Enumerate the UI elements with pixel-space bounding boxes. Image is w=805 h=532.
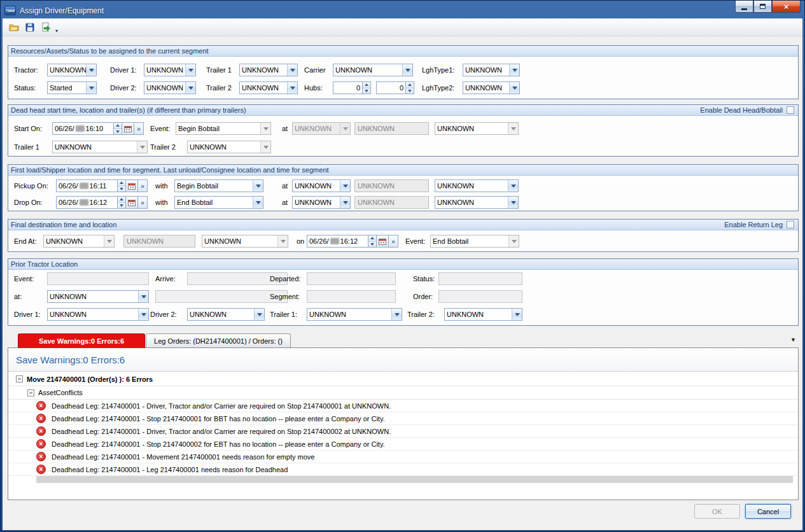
tab-save-warnings[interactable]: Save Warnings:0 Errors:6 [18,333,145,348]
close-button[interactable]: × [772,1,801,13]
spin-up-icon[interactable] [114,123,122,129]
dropdown-arrow-icon[interactable] [277,235,288,247]
calendar-icon[interactable] [122,122,134,135]
dropdown-arrow-icon[interactable] [86,64,96,76]
dropdown-arrow-icon[interactable] [287,82,297,94]
drop-city-combo[interactable]: UNKNOWN [435,196,519,209]
driver2-combo[interactable]: UNKNOWN [144,81,196,94]
datetime-spinner[interactable] [118,179,126,192]
dropdown-arrow-icon[interactable] [508,197,518,208]
datetime-spinner[interactable] [114,122,122,135]
tab-leg-orders[interactable]: Leg Orders: (DH2147400001) / Orders: () [146,333,291,347]
carrier-combo[interactable]: UNKNOWN [333,64,413,76]
spin-up-icon[interactable] [363,82,370,88]
spin-down-icon[interactable] [368,241,376,248]
dropdown-arrow-icon[interactable] [340,197,350,208]
start-on-datetime[interactable]: 06/26/16:10 » [52,122,144,135]
dropdown-arrow-icon[interactable] [137,141,147,153]
enable-return-leg-checkbox[interactable] [787,221,794,228]
end-city-combo[interactable]: UNKNOWN [202,235,288,248]
error-row[interactable]: ×Deadhead Leg: 2147400001 - Driver, Trac… [8,400,798,412]
ok-button[interactable]: OK [694,504,740,519]
prior-trailer1-combo[interactable]: UNKNOWN [307,308,402,321]
prior-trailer2-combo[interactable]: UNKNOWN [444,308,522,321]
drop-event-combo[interactable]: End Bobtail [174,196,263,209]
collapse-icon[interactable] [16,375,23,382]
dropdown-arrow-icon[interactable] [260,141,270,153]
calendar-icon[interactable] [126,196,138,209]
maximize-button[interactable] [753,1,772,13]
cancel-button[interactable]: Cancel [745,504,791,519]
pickup-city-combo[interactable]: UNKNOWN [435,179,519,192]
spin-down-icon[interactable] [118,186,125,192]
dropdown-arrow-icon[interactable] [340,123,350,134]
hubs1-spinner[interactable]: 0 [333,81,371,94]
dropdown-arrow-icon[interactable] [254,309,264,320]
datetime-spinner[interactable] [368,235,377,248]
end-event-combo[interactable]: End Bobtail [430,235,519,248]
prior-departed-field[interactable] [307,272,396,285]
more-options-button[interactable]: » [134,122,144,135]
dropdown-arrow-icon[interactable] [512,309,522,320]
pickup-event-combo[interactable]: Begin Bobtail [174,179,263,192]
deadhead-event-combo[interactable]: Begin Bobtail [176,122,271,135]
pickup-location-combo[interactable]: UNKNOWN [292,179,351,192]
calendar-icon[interactable] [126,179,138,192]
export-button[interactable] [38,20,53,35]
toolbar-overflow-icon[interactable]: ▾ [55,28,58,36]
spin-down-icon[interactable] [363,88,370,94]
end-datetime-text[interactable]: 06/26/16:12 [307,235,368,248]
dropdown-arrow-icon[interactable] [508,180,518,192]
minimize-button[interactable] [735,1,753,13]
deadhead-location-combo[interactable]: UNKNOWN [292,122,351,135]
dropdown-arrow-icon[interactable] [86,82,96,94]
dropdown-arrow-icon[interactable] [391,309,402,320]
dropdown-arrow-icon[interactable] [185,82,195,94]
enable-deadhead-checkbox[interactable] [787,106,794,114]
dropdown-arrow-icon[interactable] [138,291,148,302]
end-company-field[interactable] [123,235,195,248]
collapse-icon[interactable] [27,389,34,396]
calendar-icon[interactable] [377,235,389,248]
dropdown-arrow-icon[interactable] [340,180,350,192]
dropdown-arrow-icon[interactable] [104,235,114,247]
dropdown-arrow-icon[interactable] [260,123,270,134]
prior-segment-field[interactable] [307,290,396,303]
lghtype2-combo[interactable]: UNKNOWN [463,81,520,94]
spinner-buttons[interactable] [406,81,414,94]
error-row[interactable]: ×Deadhead Leg: 2147400001 - Driver, Trac… [8,425,798,438]
lghtype1-combo[interactable]: UNKNOWN [463,64,520,76]
trailer2-combo[interactable]: UNKNOWN [239,81,298,94]
dropdown-arrow-icon[interactable] [509,82,519,94]
datetime-spinner[interactable] [118,196,126,209]
spinner-buttons[interactable] [363,81,371,94]
deadhead-company-field[interactable] [354,122,429,135]
dropdown-arrow-icon[interactable] [253,197,263,208]
deadhead-trailer1-combo[interactable]: UNKNOWN [52,141,148,153]
deadhead-trailer2-combo[interactable]: UNKNOWN [187,141,271,153]
end-location-combo[interactable]: UNKNOWN [43,235,115,248]
dropdown-arrow-icon[interactable] [508,123,518,134]
driver1-combo[interactable]: UNKNOWN [144,64,196,76]
deadhead-city-combo[interactable]: UNKNOWN [435,122,519,135]
hubs2-spinner[interactable]: 0 [376,81,414,94]
status-combo[interactable]: Started [47,81,97,94]
end-datetime[interactable]: 06/26/16:12 » [307,235,398,248]
pickup-datetime-text[interactable]: 06/26/16:11 [56,179,118,192]
dropdown-arrow-icon[interactable] [253,180,263,192]
prior-status-field[interactable] [438,272,522,285]
dropdown-arrow-icon[interactable] [138,309,148,320]
pickup-datetime[interactable]: 06/26/16:11 » [56,179,148,192]
spin-down-icon[interactable] [118,202,125,209]
drop-datetime-text[interactable]: 06/26/16:12 [56,196,118,209]
dropdown-arrow-icon[interactable] [402,64,412,76]
drop-company-field[interactable] [354,196,429,209]
error-row[interactable]: ×Deadhead Leg: 2147400001 - Stop 2147400… [8,412,798,425]
prior-driver1-combo[interactable]: UNKNOWN [47,308,149,321]
pickup-company-field[interactable] [354,179,429,192]
error-row[interactable]: ×Deadhead Leg: 2147400001 - Stop 2147400… [8,438,798,451]
tractor-combo[interactable]: UNKNOWN [47,64,97,76]
more-options-button[interactable]: » [138,179,148,192]
drop-location-combo[interactable]: UNKNOWN [292,196,351,209]
more-options-button[interactable]: » [138,196,148,209]
